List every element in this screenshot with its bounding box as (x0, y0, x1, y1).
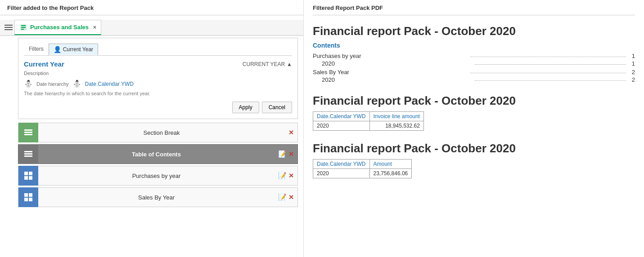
svg-rect-8 (24, 153, 32, 155)
section-break-delete-icon[interactable]: ✕ (288, 129, 294, 136)
tab-bar: Purchases and Sales × (0, 20, 303, 36)
svg-rect-15 (29, 193, 32, 197)
left-panel: Filter added to the Report Pack Purchase… (0, 0, 304, 257)
pdf-section-sales: Financial report Pack - October 2020 Dat… (313, 142, 635, 178)
cancel-button[interactable]: Cancel (262, 102, 292, 113)
sales-table: Date.Calendar YWD Amount 2020 23,756,846… (313, 159, 412, 178)
toc-dots-4 (475, 74, 626, 81)
svg-rect-2 (21, 27, 26, 28)
filter-right-text: CURRENT YEAR (243, 61, 285, 67)
toc-row-sales-2020: 2020 2 (313, 76, 635, 83)
toc-label: Table of Contents (38, 151, 275, 158)
filter-tabs: Filters 👤 Current Year (24, 44, 292, 56)
filter-title: Current Year (24, 60, 64, 68)
sales-icon-box (18, 187, 38, 207)
tab-current-year-label: Current Year (63, 46, 93, 53)
hierarchy-icon-2: ⛄ (72, 80, 81, 88)
toc-dots-2 (475, 58, 626, 65)
tab-purchases-sales[interactable]: Purchases and Sales × (14, 20, 101, 35)
section-icon (24, 129, 33, 136)
toc-delete-icon[interactable]: ✕ (288, 151, 294, 158)
toc-sales-2020-page: 2 (628, 76, 635, 83)
pdf-title-toc: Financial report Pack - October 2020 (313, 24, 635, 38)
purchases-icon-box (18, 166, 38, 186)
svg-rect-5 (24, 132, 32, 133)
purchases-edit-icon[interactable]: 📝 (278, 172, 287, 180)
filter-label-right: CURRENT YEAR ▲ (243, 61, 292, 67)
toc-row-purchases-2020: 2020 1 (313, 60, 635, 67)
right-panel-header: Filtered Report Pack PDF (313, 4, 635, 15)
tab-book-icon (19, 23, 27, 31)
svg-rect-10 (24, 172, 28, 175)
filter-desc-text: The date hierarchy in which to search fo… (24, 91, 292, 96)
sales-edit-icon[interactable]: 📝 (278, 193, 287, 201)
pdf-title-purchases: Financial report Pack - October 2020 (313, 94, 635, 108)
purchases-actions: 📝 ✕ (275, 172, 297, 180)
sales-delete-icon[interactable]: ✕ (288, 194, 294, 201)
filter-title-row: Current Year CURRENT YEAR ▲ (24, 60, 292, 68)
pdf-section-toc: Financial report Pack - October 2020 Con… (313, 24, 635, 83)
hierarchy-icon-1: ⛄ (24, 80, 33, 88)
report-item-toc: Table of Contents 📝 ✕ (18, 144, 298, 164)
section-break-label: Section Break (38, 129, 285, 136)
svg-rect-17 (29, 198, 32, 201)
grid-icon (24, 171, 33, 180)
svg-rect-3 (21, 29, 24, 30)
sales-col-2: Amount (369, 160, 412, 169)
toc-icon (24, 151, 33, 158)
left-panel-header: Filter added to the Report Pack (0, 4, 303, 15)
svg-rect-11 (29, 172, 32, 175)
chevron-up-icon[interactable]: ▲ (287, 61, 292, 67)
svg-rect-7 (24, 151, 32, 152)
apply-button[interactable]: Apply (232, 102, 259, 113)
tab-label: Purchases and Sales (30, 24, 89, 31)
toc-dots-1 (470, 50, 626, 57)
right-panel: Filtered Report Pack PDF Financial repor… (304, 0, 644, 257)
pdf-section-purchases: Financial report Pack - October 2020 Dat… (313, 94, 635, 131)
toc-dots-3 (470, 66, 626, 73)
sales-actions: 📝 ✕ (275, 193, 297, 201)
toc-purchases-2020-label: 2020 (322, 60, 473, 67)
toc-sales-label: Sales By Year (313, 69, 468, 75)
filter-popup: Filters 👤 Current Year Current Year CURR… (18, 38, 298, 119)
section-break-icon-box (18, 123, 38, 142)
svg-rect-1 (21, 25, 26, 26)
filter-description-label: Description (24, 71, 292, 76)
svg-rect-12 (24, 176, 28, 180)
filter-hierarchy-row: ⛄ Date hierarchy ⛄ Date.Calendar YWD (24, 80, 292, 88)
svg-rect-16 (24, 198, 28, 201)
tab-filters[interactable]: Filters (24, 44, 49, 55)
purchases-col-2: Invoice line amount (369, 112, 423, 121)
purchases-delete-icon[interactable]: ✕ (288, 172, 294, 179)
hierarchy-value: Date.Calendar YWD (85, 81, 134, 87)
svg-rect-9 (24, 155, 32, 157)
purchases-table: Date.Calendar YWD Invoice line amount 20… (313, 111, 424, 131)
toc-purchases-2020-page: 1 (628, 60, 635, 67)
toc-sales-page: 2 (628, 69, 635, 75)
purchases-row-1: 2020 18,945,532.62 (313, 121, 424, 131)
pdf-title-sales: Financial report Pack - October 2020 (313, 142, 635, 155)
sales-col-1: Date.Calendar YWD (313, 160, 370, 169)
report-item-section-break: Section Break ✕ (18, 123, 298, 142)
purchases-col-1: Date.Calendar YWD (313, 112, 370, 121)
tab-filters-label: Filters (29, 46, 44, 52)
purchases-cell-amount: 18,945,532.62 (369, 121, 423, 131)
report-item-sales: Sales By Year 📝 ✕ (18, 187, 298, 207)
purchases-cell-year: 2020 (313, 121, 370, 131)
tab-current-year[interactable]: 👤 Current Year (49, 44, 98, 55)
hierarchy-label: Date hierarchy (36, 81, 69, 87)
toc-purchases-label: Purchases by year (313, 53, 468, 59)
svg-rect-14 (24, 193, 28, 197)
contents-label: Contents (313, 42, 635, 49)
svg-rect-4 (24, 129, 32, 131)
hamburger-menu[interactable] (5, 25, 13, 30)
toc-purchases-page: 1 (628, 53, 635, 59)
toc-edit-icon[interactable]: 📝 (278, 150, 287, 158)
toc-sales-2020-label: 2020 (322, 76, 473, 83)
svg-rect-6 (24, 134, 32, 135)
svg-rect-13 (29, 176, 32, 180)
report-item-purchases: Purchases by year 📝 ✕ (18, 166, 298, 186)
tab-close-icon[interactable]: × (93, 24, 96, 31)
sales-label: Sales By Year (38, 194, 275, 201)
person-icon: 👤 (54, 46, 61, 53)
